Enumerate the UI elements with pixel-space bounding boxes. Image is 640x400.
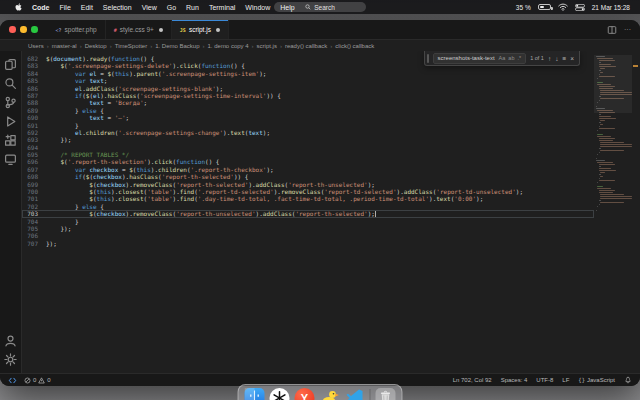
duck-icon[interactable] bbox=[320, 388, 340, 400]
menu-go[interactable]: Go bbox=[162, 3, 181, 12]
line-number: 693 bbox=[22, 136, 46, 143]
breadcrumb-item[interactable]: Desktop bbox=[85, 43, 107, 49]
code-line[interactable]: 702 } else { bbox=[22, 203, 594, 210]
find-input[interactable]: screenshots-task-text Aaab.* bbox=[433, 53, 527, 64]
breadcrumb-item[interactable]: Users bbox=[28, 43, 44, 49]
run-and-debug-icon[interactable] bbox=[0, 112, 22, 131]
encoding-status[interactable]: UTF-8 bbox=[536, 377, 553, 383]
breadcrumb-separator: › bbox=[330, 43, 332, 49]
code-line[interactable]: 696 $('.report-th-selection').click(func… bbox=[22, 158, 594, 165]
code-editor[interactable]: 682$(document).ready(function() {683 $('… bbox=[22, 51, 594, 373]
problems-status[interactable]: 0 0 bbox=[24, 377, 51, 384]
line-number: 686 bbox=[22, 85, 46, 92]
line-number: 690 bbox=[22, 114, 46, 121]
trash-icon[interactable] bbox=[376, 388, 396, 400]
code-line[interactable]: 698 if($(checkbox).hasClass('report-th-s… bbox=[22, 173, 594, 180]
breadcrumb-separator: › bbox=[47, 43, 49, 49]
apple-menu-icon[interactable] bbox=[10, 2, 27, 12]
breadcrumb-separator: › bbox=[80, 43, 82, 49]
overview-ruler bbox=[632, 51, 640, 373]
search-match-marker bbox=[633, 65, 638, 67]
menu-run[interactable]: Run bbox=[181, 3, 204, 12]
split-editor-icon[interactable] bbox=[607, 25, 617, 35]
finder-icon[interactable] bbox=[245, 388, 265, 400]
breadcrumb-item[interactable]: 1. demo copy 4 bbox=[208, 43, 249, 49]
whole-word-toggle[interactable]: ab bbox=[508, 55, 514, 61]
tab-script.js[interactable]: JSscript.js bbox=[172, 20, 229, 39]
code-line[interactable]: 704 } bbox=[22, 218, 594, 225]
cursor-position-status[interactable]: Ln 702, Col 92 bbox=[453, 377, 492, 383]
code-line[interactable]: 685 var text; bbox=[22, 77, 594, 84]
indentation-status[interactable]: Spaces: 4 bbox=[501, 377, 528, 383]
account-icon[interactable] bbox=[0, 331, 22, 350]
settings-icon[interactable] bbox=[0, 350, 22, 369]
menu-file[interactable]: File bbox=[55, 3, 76, 12]
tab-style.css[interactable]: #style.css 9+ bbox=[106, 20, 172, 39]
control-center-icon[interactable] bbox=[575, 4, 585, 11]
code-line[interactable]: 689 } else { bbox=[22, 107, 594, 114]
source-control-icon[interactable] bbox=[0, 93, 22, 112]
remote-explorer-icon[interactable] bbox=[0, 150, 22, 169]
find-in-selection-button[interactable]: ≡ bbox=[562, 55, 566, 62]
code-line[interactable]: 699 $(checkbox).removeClass('report-th-s… bbox=[22, 181, 594, 188]
code-line[interactable]: 705 }); bbox=[22, 225, 594, 232]
code-line[interactable]: 684 var el = $(this).parent('.screenpage… bbox=[22, 70, 594, 77]
menu-terminal[interactable]: Terminal bbox=[204, 3, 240, 12]
breadcrumb-item[interactable]: click() callback bbox=[335, 43, 374, 49]
menu-edit[interactable]: Edit bbox=[76, 3, 98, 12]
code-line[interactable]: 686 el.addClass('screenpage-settings-bla… bbox=[22, 85, 594, 92]
breadcrumb-item[interactable]: ready() callback bbox=[285, 43, 327, 49]
language-status[interactable]: {} JavaScript bbox=[578, 377, 615, 383]
code-line[interactable]: 701 $(this).closest('table').find('.day-… bbox=[22, 195, 594, 202]
minimize-window-button[interactable] bbox=[20, 26, 27, 33]
code-line[interactable]: 695 /* REPORT TABLES */ bbox=[22, 151, 594, 158]
code-line[interactable]: 691 } bbox=[22, 122, 594, 129]
code-line[interactable]: 690 text = '—'; bbox=[22, 114, 594, 121]
minimap[interactable] bbox=[594, 51, 632, 373]
minimap-slider[interactable] bbox=[594, 55, 632, 113]
close-window-button[interactable] bbox=[9, 26, 16, 33]
eol-status[interactable]: LF bbox=[562, 377, 569, 383]
more-actions-icon[interactable]: ··· bbox=[624, 26, 631, 33]
search-icon[interactable] bbox=[0, 74, 22, 93]
remote-indicator-icon[interactable] bbox=[8, 376, 17, 385]
find-widget-grip[interactable] bbox=[427, 54, 429, 63]
regex-toggle[interactable]: .* bbox=[517, 55, 521, 61]
find-close-button[interactable]: × bbox=[570, 55, 574, 62]
tab-spotter.php[interactable]: <?spotter.php bbox=[48, 20, 106, 39]
explorer-icon[interactable] bbox=[0, 55, 22, 74]
menubar-search-pill[interactable]: Search bbox=[274, 2, 366, 12]
code-line[interactable]: 706 bbox=[22, 232, 594, 239]
menubar-clock[interactable]: 21 Mar 15:28 bbox=[592, 4, 630, 11]
zoom-window-button[interactable] bbox=[31, 26, 38, 33]
breadcrumb-item[interactable]: TimeSpotter bbox=[115, 43, 147, 49]
code-line[interactable]: 694 bbox=[22, 144, 594, 151]
code-line[interactable]: 697 var checkbox = $(this).children('.re… bbox=[22, 166, 594, 173]
line-number: 700 bbox=[22, 188, 46, 195]
code-text: if($(checkbox).hasClass('report-th-selec… bbox=[46, 173, 594, 180]
find-previous-button[interactable]: ↑ bbox=[548, 55, 551, 62]
breadcrumb-item[interactable]: master-al bbox=[52, 43, 77, 49]
code-line[interactable]: 692 el.children('.screenpage-settings-ch… bbox=[22, 129, 594, 136]
breadcrumb-item[interactable]: 1. Demo Backup bbox=[155, 43, 199, 49]
wifi-icon[interactable] bbox=[558, 3, 568, 11]
code-line[interactable]: 700 $(this).closest('table').find('.repo… bbox=[22, 188, 594, 195]
errors-count: 0 bbox=[33, 377, 36, 383]
menu-view[interactable]: View bbox=[137, 3, 162, 12]
code-line[interactable]: 688 text = 'Всегда'; bbox=[22, 99, 594, 106]
vscode-icon[interactable] bbox=[345, 388, 365, 400]
match-case-toggle[interactable]: Aa bbox=[499, 55, 506, 61]
find-next-button[interactable]: ↓ bbox=[555, 55, 558, 62]
notifications-bell-icon[interactable] bbox=[624, 376, 632, 384]
code-line[interactable]: 703 $(checkbox).removeClass('report-th-u… bbox=[22, 210, 594, 217]
extensions-icon[interactable] bbox=[0, 131, 22, 150]
code-line[interactable]: 707}); bbox=[22, 240, 594, 247]
code-line[interactable]: 693 }); bbox=[22, 136, 594, 143]
menu-app-name[interactable]: Code bbox=[27, 3, 55, 12]
code-line[interactable]: 687 if($(el).hasClass('screenpage-settin… bbox=[22, 92, 594, 99]
breadcrumb-item[interactable]: script.js bbox=[257, 43, 277, 49]
menu-window[interactable]: Window bbox=[240, 3, 275, 12]
menu-selection[interactable]: Selection bbox=[98, 3, 137, 12]
yandex-browser-icon[interactable]: Y bbox=[295, 388, 315, 400]
chatgpt-icon[interactable] bbox=[270, 388, 290, 400]
